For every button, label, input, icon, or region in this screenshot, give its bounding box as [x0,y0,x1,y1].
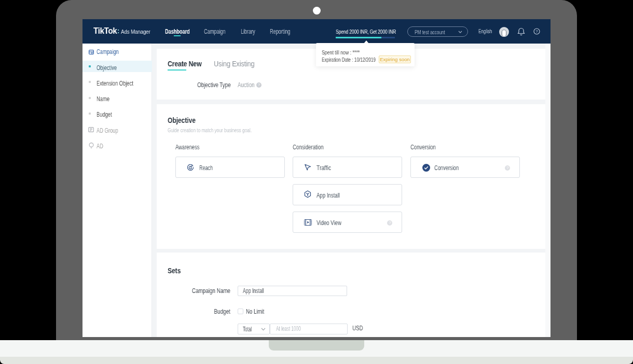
svg-text:?: ? [535,29,538,34]
